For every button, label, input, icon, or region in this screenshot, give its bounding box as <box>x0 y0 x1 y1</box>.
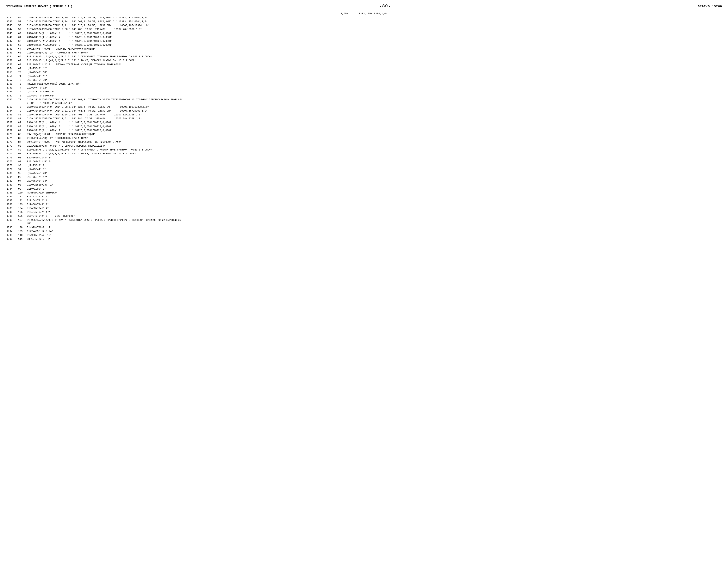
row-number-1: 1768 <box>6 125 18 129</box>
row-text: 2310=34177(А1,1,099)' 1' ' ' ' ' 10726,0… <box>26 39 722 43</box>
table-row: 178095Ц12=758=5' 20* <box>6 171 722 175</box>
header-right: 9702/9 19260 <box>698 5 722 8</box>
row-text: Ц12=758=3' 18* <box>26 71 722 74</box>
table-row: 177388С121=2114(=13)' 0,02' ' СТОИМОСТЬ … <box>6 144 722 148</box>
row-text: РКАНАЛИЗАЦИЯ БЫТОВАЯ* <box>26 191 722 195</box>
row-text: 2310=34174(А1,1,099)' 1' ' ' ' ' 10726,0… <box>26 32 722 35</box>
table-row: 175772Ц12=758=6' 20* <box>6 78 722 82</box>
table-row: 177994Ц12=758=4' 8* <box>6 168 722 171</box>
table-row: 1747622310=34177(А1,1,099)' 1' ' ' ' ' 1… <box>6 39 722 43</box>
table-row: 175267Е13=153(А5 1,2)(А1,2,2)#Т18=6' 35'… <box>6 59 722 62</box>
row-text: Е9=153(=6)' 0,01' ' ОПОРНЫЕ МЕТАЛЛОКОНСТ… <box>26 133 722 136</box>
table-row: 1745602310=34174(А1,1,099)' 1' ' ' ' ' 1… <box>6 32 722 35</box>
row-text: Ц12=2=9' 0,54+0,51* <box>26 94 722 98</box>
row-number-2: 61 <box>18 35 26 39</box>
table-row: 1785100РКАНАЛИЗАЦИЯ БЫТОВАЯ* <box>6 191 722 195</box>
row-text: Ц12=2=7' 0,02* <box>26 86 722 90</box>
row-text: Е1=936(А5,1,1)#Т78=1' 12' ' РАЗРАБОТКА С… <box>26 218 722 226</box>
table-row: 175570Ц12=758=3' 18* <box>6 71 722 74</box>
table-row: 175065С130=2305(=13)' 2' ' СТОИМОСТЬ КРУ… <box>6 51 722 55</box>
row-number-2: 63 <box>18 43 26 47</box>
row-text: Ц12=758=6' 20* <box>26 78 722 82</box>
row-text: Е13=121(А5 1,2)(А1,1,1)#Т15=6' 43' ' ОГР… <box>26 148 722 152</box>
row-number-2: 90 <box>18 152 26 156</box>
table-row: 175469Ц12=758=2' 12* <box>6 66 722 71</box>
table-row: 176580C159=3368#КОРР#ПО ТОЛЩ' 0,54,1,04'… <box>6 113 722 117</box>
table-row: 177186С130=2305(=13)' 2' ' СТОИМОСТЬ КРУ… <box>6 136 722 140</box>
row-text: 2310=34177(А1,1,099)' 1' ' ' ' ' 10726,0… <box>26 121 722 124</box>
row-text: Ц12=758=4' 11* <box>26 74 722 78</box>
row-number-1: 1747 <box>6 39 18 43</box>
table-row: 178196Ц12=758=7' 17* <box>6 175 722 179</box>
row-number-1: 1743 <box>6 24 18 28</box>
row-number-1: 1761 <box>6 94 18 98</box>
row-number-1: 1759 <box>6 86 18 90</box>
table-row: 174964Е9=153(=6)' 0,01' ' ОПОРНЫЕ МЕТАЛЛ… <box>6 47 722 51</box>
table-row: 1796111Е8=194#Т22=6' 4* <box>6 237 722 241</box>
row-number-1: 1794 <box>6 229 18 233</box>
row-number-2: 59 <box>18 28 26 31</box>
row-text: Е8=194#Т22=6' 4* <box>26 237 722 241</box>
row-number-2: 96 <box>18 175 26 179</box>
table-row: 177590Е13=153(А5 1,2)(А1,2,2)#Т18=6' 43'… <box>6 152 722 156</box>
table-row: 1788103Е17=36#Т1=9' 1* <box>6 202 722 206</box>
row-text: C159=3333#КОРР#ПО ТОЛЩ' 0,11,1,04' 526,4… <box>26 24 722 28</box>
row-text: Е22=104#Т11=2' 3' ' ВЕСЬМА УСИЛЕННАЯ ИЗО… <box>26 63 722 66</box>
table-row: 1748632310=34181(А1,1,099)' 3' ' ' ' ' 1… <box>6 43 722 47</box>
row-number-2: 111 <box>18 237 26 241</box>
row-number-2: 79 <box>18 109 26 113</box>
row-text: C159=3326#КОРР#ПО ТОЛЩ' 0,04,1,04' 560,8… <box>26 20 722 24</box>
row-text: C159=3333#КОРР#ПО ТОЛЩ' 0,08,1,04' 526,4… <box>26 105 722 109</box>
row-number-1: 1762 <box>6 98 18 105</box>
table-row: 177489Е13=121(А5 1,2)(А1,1,1)#Т15=6' 43'… <box>6 148 722 152</box>
row-number-2: 75 <box>18 90 26 94</box>
row-number-1: 1782 <box>6 179 18 183</box>
header-center: -80- <box>379 4 391 9</box>
row-number-2: 62 <box>18 39 26 43</box>
row-number-1: 1760 <box>6 90 18 94</box>
row-number-1: 1779 <box>6 168 18 171</box>
row-number-2: 56 <box>18 16 26 20</box>
row-text: Е9=153(=6)' 0,01' ' ОПОРНЫЕ МЕТАЛЛОКОНСТ… <box>26 47 722 51</box>
row-number-1: 1795 <box>6 233 18 237</box>
row-number-2: 87 <box>18 140 26 144</box>
row-number-2: 77 <box>18 98 26 105</box>
row-number-2: 106 <box>18 214 26 218</box>
row-number-1: 1752 <box>6 59 18 62</box>
table-row: 177287Е9=122(=6)' 0,02' ' МОНТАЖ ВОРОНОК… <box>6 140 722 144</box>
row-text: Е17=36#Т1=9' 1* <box>26 202 722 206</box>
row-text: Е17=64#Т4=2' 1* <box>26 199 722 202</box>
table-row: 176176Ц12=2=9' 0,54+0,51* <box>6 94 722 98</box>
row-text: Е13=121(А5 1,2)(А1,1,1)#Т15=6' 35' ' ОГР… <box>26 55 722 59</box>
row-text: С121=2114(=13)' 0,02' ' СТОИМОСТЬ ВОРОНО… <box>26 144 722 148</box>
table-row: 174459C159=3358#КОРР#ПО ТОЛЩ' 0,50,1,04'… <box>6 28 722 31</box>
row-number-2: 58 <box>18 24 26 28</box>
table-row: 1746612310=34175(А1,1,099)' 4' ' ' ' ' 1… <box>6 35 722 39</box>
row-number-1: 1786 <box>6 195 18 199</box>
row-number-1: 1757 <box>6 78 18 82</box>
row-number-1: 1751 <box>6 55 18 59</box>
row-number-2: 57 <box>18 20 26 24</box>
table-row: 176378C159=3333#КОРР#ПО ТОЛЩ' 0,08,1,04'… <box>6 105 722 109</box>
row-number-1: 1773 <box>6 144 18 148</box>
row-text: Ц12=758=4' 8* <box>26 168 722 171</box>
row-number-2: 91 <box>18 156 26 160</box>
row-number-1: 1790 <box>6 210 18 214</box>
row-number-1: 1783 <box>6 183 18 187</box>
row-number-2: 76 <box>18 94 26 98</box>
page-header: ПРОГРАММНЫЙ КОМПЛЕКС АВС=ЗЕС ( РЕАКЦИЯ 6… <box>6 4 722 9</box>
table-row: 1786101Е17=22#Т1=5' 1* <box>6 195 722 199</box>
table-row: 175671Ц12=758=4' 11* <box>6 74 722 78</box>
table-row: 177691Е22=165#Т11=3' 3* <box>6 156 722 160</box>
row-number-2: 105 <box>18 210 26 214</box>
row-number-2: 73 <box>18 82 26 86</box>
row-text: Е16=33#Т6=1' 4* <box>26 206 722 210</box>
row-text: Е22=165#Т11=3' 3* <box>26 156 722 160</box>
row-number-1: 1766 <box>6 117 18 121</box>
table-row: 175368Е22=104#Т11=2' 3' ' ВЕСЬМА УСИЛЕНН… <box>6 63 722 66</box>
row-number-2: 88 <box>18 144 26 148</box>
row-number-1: 1777 <box>6 160 18 164</box>
row-number-2: 109 <box>18 229 26 233</box>
row-number-1: 1764 <box>6 109 18 113</box>
row-text: Ц12=758=2' 12* <box>26 66 722 71</box>
